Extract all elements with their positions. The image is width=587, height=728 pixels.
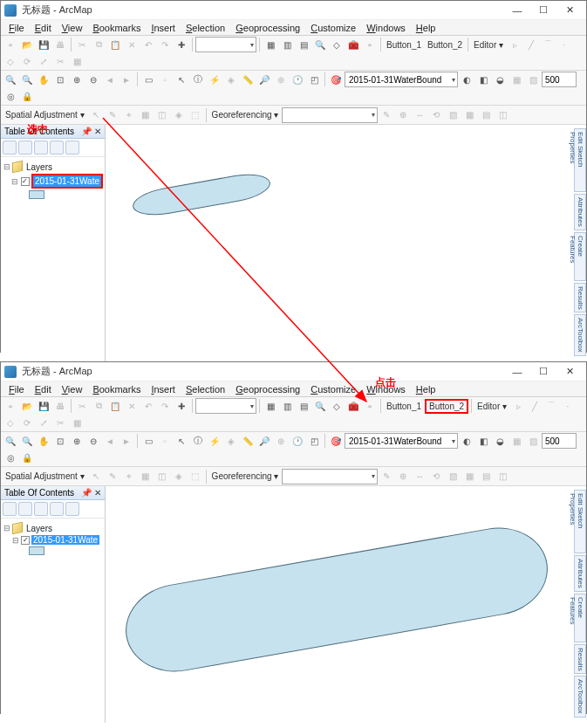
save-icon[interactable]: 💾: [36, 37, 51, 52]
toolbox-icon[interactable]: 🧰: [345, 37, 361, 52]
python-icon[interactable]: ◇: [329, 37, 345, 52]
full-extent-icon[interactable]: ⊡: [52, 433, 68, 449]
effects-icon[interactable]: ◐: [459, 433, 474, 449]
side-tab-sketch[interactable]: Edit Sketch Properties: [574, 490, 586, 553]
delete-icon[interactable]: ✕: [124, 37, 140, 52]
side-tab-toolbox[interactable]: ArcToolbox: [574, 676, 586, 718]
hyperlink-icon[interactable]: ⚡: [207, 433, 222, 449]
georef-layer-dropdown[interactable]: [282, 107, 378, 123]
search-icon[interactable]: 🔍: [312, 37, 328, 52]
undo-icon[interactable]: ↶: [140, 37, 156, 52]
side-tab-results[interactable]: Results: [574, 644, 586, 675]
toc-list-by-drawing-icon[interactable]: [3, 502, 17, 516]
scale-dropdown[interactable]: [195, 398, 256, 414]
toc-icon[interactable]: ▥: [279, 398, 295, 414]
toc-options-icon[interactable]: [65, 502, 79, 516]
forward-icon[interactable]: ►: [119, 433, 134, 449]
layer-name-selected[interactable]: 2015-01-31Wate: [31, 174, 103, 189]
swipe-icon[interactable]: ◧: [475, 72, 491, 87]
back-icon[interactable]: ◄: [102, 433, 118, 449]
catalog-icon[interactable]: ▤: [296, 398, 311, 414]
toc-options-icon[interactable]: [65, 141, 79, 155]
open-icon[interactable]: 📂: [19, 398, 35, 414]
zoom-in-icon[interactable]: 🔍: [3, 433, 18, 449]
button2-label[interactable]: Button_2: [425, 40, 465, 50]
find-icon[interactable]: 🔎: [256, 433, 272, 449]
open-icon[interactable]: 📂: [19, 37, 35, 52]
slider-icon[interactable]: ◎: [3, 450, 18, 465]
editor-menu[interactable]: Editor ▾: [474, 402, 509, 411]
close-button[interactable]: ✕: [556, 2, 583, 19]
side-tab-attrib[interactable]: Attributes: [574, 555, 586, 592]
flicker-rate[interactable]: [542, 72, 577, 87]
georef-menu[interactable]: Georeferencing ▾: [209, 471, 282, 481]
toc-list-by-source-icon[interactable]: [18, 502, 32, 516]
search-icon[interactable]: 🔍: [312, 398, 328, 414]
zoom-in-icon[interactable]: 🔍: [3, 72, 18, 87]
delete-icon[interactable]: ✕: [124, 398, 140, 414]
clear-sel-icon[interactable]: ▫: [157, 72, 173, 87]
cut-icon[interactable]: ✂: [74, 37, 90, 52]
spatial-adj-menu[interactable]: Spatial Adjustment ▾: [3, 471, 87, 481]
menu-edit[interactable]: Edit: [31, 383, 56, 395]
model-icon[interactable]: ▫: [362, 37, 378, 52]
dim-icon[interactable]: ▨: [525, 433, 541, 449]
toc-close-icon[interactable]: ✕: [94, 488, 101, 498]
forward-icon[interactable]: ►: [119, 72, 134, 87]
tree-layer-item[interactable]: ⊟ ✓ 2015-01-31Wate: [3, 173, 103, 189]
lock-icon[interactable]: 🔒: [19, 450, 35, 465]
toc-icon[interactable]: ▥: [279, 37, 295, 52]
layer-name-selected[interactable]: 2015-01-31Wate: [31, 535, 99, 545]
tree-layers-root[interactable]: ⊟ Layers: [3, 522, 103, 534]
zoom-out-icon[interactable]: 🔍: [19, 433, 35, 449]
target-icon[interactable]: 🎯: [328, 72, 344, 87]
menu-bookmarks[interactable]: Bookmarks: [88, 22, 145, 34]
menu-selection[interactable]: Selection: [181, 22, 229, 34]
menu-customize[interactable]: Customize: [306, 383, 360, 395]
cut-icon[interactable]: ✂: [74, 398, 90, 414]
menu-selection[interactable]: Selection: [181, 383, 229, 395]
side-tab-create[interactable]: Create Features: [574, 232, 586, 281]
menu-view[interactable]: View: [58, 22, 87, 34]
save-icon[interactable]: 💾: [36, 398, 51, 414]
toc-list-by-selection-icon[interactable]: [50, 502, 64, 516]
clear-sel-icon[interactable]: ▫: [157, 433, 173, 449]
toc-list-by-source-icon[interactable]: [18, 141, 32, 155]
select-icon[interactable]: ▭: [140, 433, 156, 449]
model-icon[interactable]: ▫: [362, 398, 378, 414]
print-icon[interactable]: 🖶: [52, 398, 68, 414]
menu-help[interactable]: Help: [412, 383, 440, 395]
button2-label[interactable]: Button_2: [425, 399, 468, 414]
menu-geoprocessing[interactable]: Geoprocessing: [231, 383, 304, 395]
layer-checkbox[interactable]: ✓: [21, 536, 30, 545]
target-icon[interactable]: 🎯: [328, 433, 344, 449]
close-button[interactable]: ✕: [556, 363, 583, 381]
menu-edit[interactable]: Edit: [31, 22, 56, 34]
zoom-out-icon[interactable]: 🔍: [19, 72, 35, 87]
menu-help[interactable]: Help: [412, 22, 440, 34]
menu-windows[interactable]: Windows: [362, 22, 410, 34]
georef-layer-dropdown[interactable]: [282, 469, 378, 484]
side-tab-toolbox[interactable]: ArcToolbox: [574, 314, 586, 356]
menu-view[interactable]: View: [58, 383, 87, 395]
flicker-icon[interactable]: ◒: [492, 433, 508, 449]
menu-geoprocessing[interactable]: Geoprocessing: [231, 22, 304, 34]
back-icon[interactable]: ◄: [102, 72, 118, 87]
side-tab-results[interactable]: Results: [574, 283, 586, 313]
paste-icon[interactable]: 📋: [107, 398, 123, 414]
findxy-icon[interactable]: ⊕: [273, 433, 289, 449]
layer-dropdown[interactable]: 2015-01-31WaterBound: [345, 72, 458, 87]
fixed-zoom-out-icon[interactable]: ⊖: [85, 72, 101, 87]
menu-insert[interactable]: Insert: [147, 22, 180, 34]
catalog-icon[interactable]: ▤: [296, 37, 311, 52]
transparency-icon[interactable]: ▦: [509, 72, 524, 87]
toc-list-by-drawing-icon[interactable]: [3, 141, 17, 155]
fixed-zoom-in-icon[interactable]: ⊕: [69, 433, 85, 449]
undo-icon[interactable]: ↶: [140, 398, 156, 414]
toc-pin-icon[interactable]: 📌: [81, 127, 92, 136]
time-icon[interactable]: 🕐: [290, 433, 305, 449]
side-tab-create[interactable]: Create Features: [574, 594, 586, 642]
html-icon[interactable]: ◈: [223, 433, 239, 449]
toc-close-icon[interactable]: ✕: [94, 127, 101, 136]
slider-icon[interactable]: ◎: [3, 88, 18, 104]
